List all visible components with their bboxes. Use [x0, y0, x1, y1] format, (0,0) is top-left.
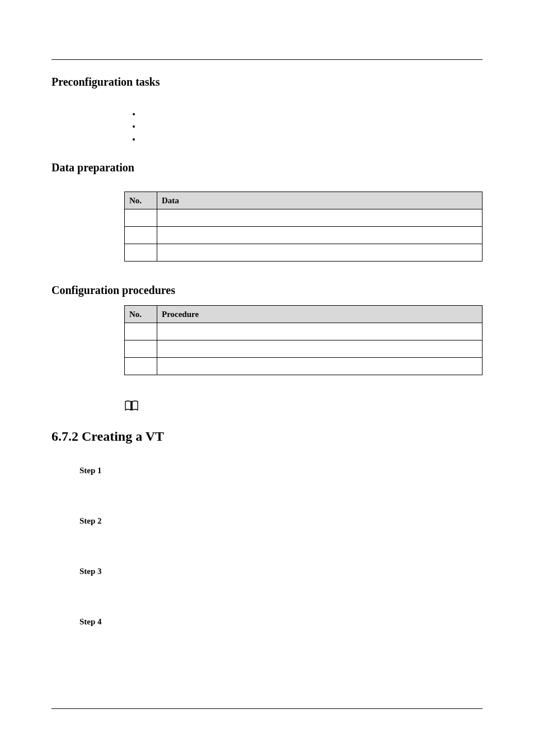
table-header-row: No. Data: [125, 192, 483, 209]
footer-rule: [51, 708, 483, 709]
bullet-item: [141, 133, 483, 146]
bullet-item: [141, 120, 483, 133]
cell-no: [125, 340, 157, 358]
table-row: [125, 323, 483, 340]
cell-no: [125, 358, 157, 375]
preconfig-bullet-list: [51, 108, 483, 146]
cell-data: [157, 209, 483, 227]
steps-list: Step 1 Step 2 Step 3 Step 4: [79, 465, 483, 627]
cell-no: [125, 323, 157, 340]
step-2-label: Step 2: [79, 516, 483, 526]
cell-procedure: [157, 358, 483, 375]
data-preparation-heading: Data preparation: [51, 160, 483, 175]
cell-procedure: [157, 323, 483, 340]
cell-procedure: [157, 340, 483, 358]
cell-data: [157, 244, 483, 262]
configuration-procedures-table: No. Procedure: [124, 305, 483, 375]
configuration-procedures-heading: Configuration procedures: [51, 283, 483, 297]
creating-vt-heading: 6.7.2 Creating a VT: [51, 428, 483, 445]
cell-no: [125, 227, 157, 244]
book-icon: [124, 400, 483, 411]
col-header-no: No.: [125, 192, 157, 209]
table-row: [125, 227, 483, 244]
col-header-data: Data: [157, 192, 483, 209]
step-3-label: Step 3: [79, 566, 483, 576]
cell-no: [125, 244, 157, 262]
bullet-item: [141, 108, 483, 120]
col-header-procedure: Procedure: [157, 306, 483, 323]
col-header-no: No.: [125, 306, 157, 323]
step-1-label: Step 1: [79, 465, 483, 475]
step-4-label: Step 4: [79, 617, 483, 627]
table-row: [125, 340, 483, 358]
table-row: [125, 244, 483, 262]
table-row: [125, 209, 483, 227]
cell-no: [125, 209, 157, 227]
cell-data: [157, 227, 483, 244]
table-header-row: No. Procedure: [125, 306, 483, 323]
preconfiguration-heading: Preconfiguration tasks: [51, 74, 483, 89]
table-row: [125, 358, 483, 375]
header-rule: [51, 59, 483, 60]
page-content: Preconfiguration tasks Data preparation …: [51, 59, 483, 627]
data-preparation-table: No. Data: [124, 192, 483, 262]
